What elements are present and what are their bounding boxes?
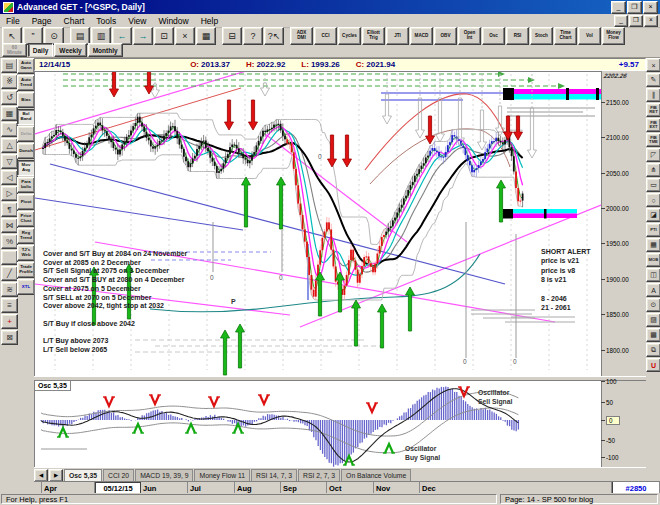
study-money-flow-button[interactable]: Money Flow: [602, 27, 625, 45]
trendlines-button[interactable]: ∥: [646, 88, 660, 102]
scroll-up-icon[interactable]: △: [1, 138, 18, 153]
left-study-para-bolic-button[interactable]: Para bolic: [17, 177, 35, 193]
compress-icon[interactable]: ⋈: [1, 218, 18, 233]
tab-monthly[interactable]: Monthly: [88, 43, 123, 57]
menu-file[interactable]: File: [0, 15, 26, 27]
text-icon[interactable]: ¶: [1, 202, 18, 217]
grid-button[interactable]: ▦: [646, 238, 660, 252]
delete-window-button[interactable]: ×: [175, 27, 195, 45]
menu-chart[interactable]: Chart: [58, 15, 91, 27]
oscillator-panel[interactable]: OscillatorSell SignalOscillatorBuy Signa…: [34, 380, 602, 469]
left-study-donch-button[interactable]: Donch: [17, 143, 35, 159]
study-obv-button[interactable]: OBV: [434, 27, 457, 45]
left-study-pivot-button[interactable]: Pivot: [17, 194, 35, 210]
pitchfork-button[interactable]: ⋔: [646, 163, 660, 177]
ellipse-button[interactable]: ○: [646, 193, 660, 207]
left-study-tj-s-web-button[interactable]: TJ's Web: [17, 245, 35, 261]
print-button[interactable]: ⊟: [222, 27, 242, 45]
fib-time-button[interactable]: FIB TME: [646, 133, 660, 147]
close-button[interactable]: ×: [646, 58, 660, 72]
child-minimize-button[interactable]: _: [614, 15, 628, 27]
retracement-icon[interactable]: ≡: [1, 298, 18, 313]
preview-button[interactable]: ◫: [646, 268, 660, 282]
copy-window-button[interactable]: ⊡: [154, 27, 174, 45]
tab-weekly[interactable]: Weekly: [54, 43, 86, 57]
context-help-button[interactable]: ?↖: [264, 27, 284, 45]
next-page-button[interactable]: →: [133, 27, 153, 45]
study-time-chart-button[interactable]: Time Chart: [554, 27, 577, 45]
left-study-xtl-button[interactable]: XTL: [17, 279, 35, 295]
study-cci-button[interactable]: CCI: [314, 27, 337, 45]
pti-button[interactable]: PTI: [646, 223, 660, 237]
study-adx-dmi-button[interactable]: ADX DMI: [290, 27, 313, 45]
gann-angles-button[interactable]: ◸: [646, 148, 660, 162]
titlebar-close-button[interactable]: ×: [643, 1, 658, 14]
study-macd-button[interactable]: MACD: [410, 27, 433, 45]
tab-scroll-left-button[interactable]: ◀: [34, 469, 48, 482]
reset-icon[interactable]: ↺: [1, 90, 18, 105]
fib-retracement-button[interactable]: FIB RET: [646, 103, 660, 117]
exit-icon[interactable]: ⊠: [1, 330, 18, 345]
left-study-trade-profile-button[interactable]: Trade Profile: [17, 262, 35, 278]
indicator-tab-osc-5-35[interactable]: Osc 5,35: [64, 469, 102, 481]
lines-icon[interactable]: ╱: [1, 266, 18, 281]
left-study-reg-trend-button[interactable]: Reg Trend: [17, 228, 35, 244]
tab-daily[interactable]: Daily: [28, 43, 54, 57]
left-study-bol-band-button[interactable]: Bol Band: [17, 109, 35, 125]
scroll-down-icon[interactable]: ▽: [1, 154, 18, 169]
fib-extension-button[interactable]: FIB EXT: [646, 118, 660, 132]
study-stoch-button[interactable]: Stoch: [530, 27, 553, 45]
study-elliott-trig-button[interactable]: Elliott Trig: [362, 27, 385, 45]
study-jti-button[interactable]: JTI: [386, 27, 409, 45]
study-rsi-button[interactable]: RSI: [506, 27, 529, 45]
pencil-button[interactable]: ✎: [646, 73, 660, 87]
left-study-mov-avg-button[interactable]: Mov Avg: [17, 160, 35, 176]
text-label-button[interactable]: A: [646, 283, 660, 297]
indicator-tab-rsi-2-7-3[interactable]: RSI 2, 7, 3: [298, 469, 340, 481]
expert-icon[interactable]: ※: [1, 74, 18, 89]
titlebar-minimize-button[interactable]: _: [611, 1, 626, 14]
left-study-price-clust-button[interactable]: Price Clust: [17, 211, 35, 227]
gann-icon[interactable]: ≋: [1, 282, 18, 297]
crosshair-icon[interactable]: +: [1, 314, 18, 329]
study-vol-button[interactable]: Vol: [578, 27, 601, 45]
indicator-tab-money-flow-11[interactable]: Money Flow 11: [194, 469, 250, 481]
undo-button[interactable]: U: [646, 358, 660, 372]
magnifier-button[interactable]: ⊙: [646, 298, 660, 312]
study-cycles-button[interactable]: Cycles: [338, 27, 361, 45]
box-button[interactable]: ▭: [646, 178, 660, 192]
price-chart-panel[interactable]: Cover and S/T Buy at 2084 on 24 November…: [34, 71, 602, 377]
study-osc-button[interactable]: Osc: [482, 27, 505, 45]
eraser-button[interactable]: ◪: [646, 208, 660, 222]
scroll-right-icon[interactable]: ▷: [1, 186, 18, 201]
indicator-tab-cci-20[interactable]: CCI 20: [103, 469, 134, 481]
indicator-tab-rsi-14-7-3[interactable]: RSI 14, 7, 3: [251, 469, 297, 481]
indicator-tab-on-balance-volume[interactable]: On Balance Volume: [341, 469, 411, 481]
menu-page[interactable]: Page: [26, 15, 58, 27]
left-study-bias-button[interactable]: Bias: [17, 92, 35, 108]
left-study-auto-gann-button[interactable]: Auto Gann: [17, 58, 35, 74]
snapshot-button[interactable]: ▩: [646, 328, 660, 342]
copy-button[interactable]: ⧉: [646, 343, 660, 357]
mob-button[interactable]: MOB: [646, 253, 660, 267]
help-button[interactable]: ?: [243, 27, 263, 45]
colors-button[interactable]: ▨: [646, 313, 660, 327]
scroll-left-icon[interactable]: ◁: [1, 170, 18, 185]
study-icon[interactable]: ▦: [1, 106, 18, 121]
study-open-int-button[interactable]: Open Int: [458, 27, 481, 45]
menu-tools[interactable]: Tools: [90, 15, 122, 27]
indicator-tab-macd-19-39-9[interactable]: MACD 19, 39, 9: [135, 469, 193, 481]
tile-windows-button[interactable]: ▦: [196, 27, 216, 45]
open-icon[interactable]: ▤: [1, 58, 18, 73]
menu-view[interactable]: View: [122, 15, 152, 27]
elliott-icon[interactable]: ∿: [1, 122, 18, 137]
child-close-button[interactable]: ×: [644, 15, 658, 27]
titlebar-restore-button[interactable]: ❐: [627, 1, 642, 14]
tab-scroll-right-button[interactable]: ▶: [49, 469, 63, 482]
blank-icon[interactable]: [1, 250, 18, 265]
left-study-auto-trend-button[interactable]: Auto Trend: [17, 75, 35, 91]
child-restore-button[interactable]: ❐: [629, 15, 643, 27]
menu-help[interactable]: Help: [195, 15, 224, 27]
expand-icon[interactable]: %: [1, 234, 18, 249]
menu-window[interactable]: Window: [152, 15, 194, 27]
